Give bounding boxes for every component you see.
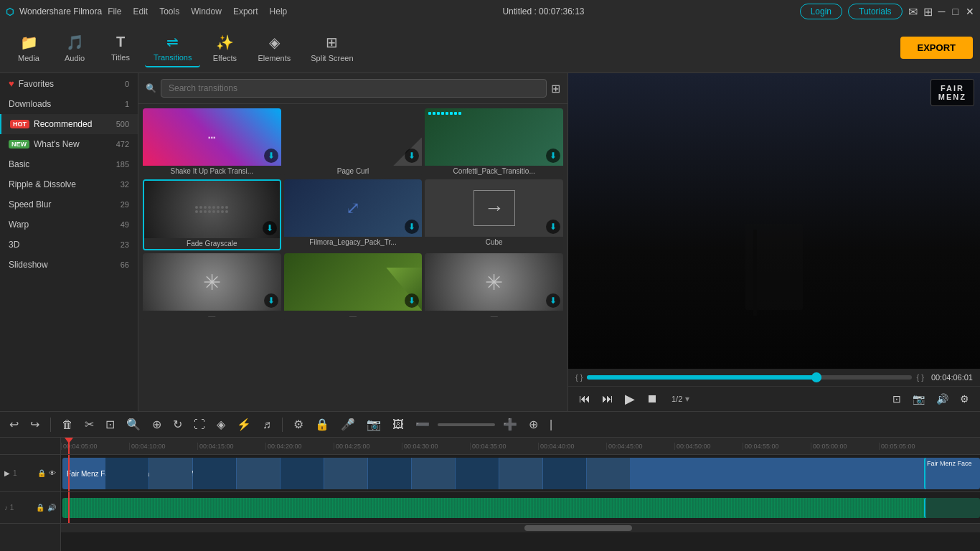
toolbar-effects[interactable]: ✨ Effects bbox=[203, 29, 246, 67]
favorites-label: Favorites bbox=[19, 79, 54, 89]
picture-btn[interactable]: 🖼 bbox=[389, 416, 407, 433]
tutorials-button[interactable]: Tutorials bbox=[848, 4, 903, 19]
zoom-slider[interactable] bbox=[438, 423, 495, 426]
sidebar-item-recommended[interactable]: HOT Recommended 500 bbox=[0, 114, 138, 134]
transition-starburst2[interactable]: ✳ ⬇ — bbox=[425, 253, 563, 321]
sidebar-item-speed-blur[interactable]: Speed Blur 29 bbox=[0, 194, 138, 215]
audio-clip-end[interactable] bbox=[924, 498, 980, 518]
zoom-out-button[interactable]: ⊕ bbox=[149, 415, 165, 433]
sidebar-item-whats-new[interactable]: NEW What's New 472 bbox=[0, 134, 138, 154]
mic-btn[interactable]: 🎤 bbox=[337, 415, 359, 433]
transition-shake-it-up[interactable]: ▪▪▪ ⬇ Shake It Up Pack Transi... bbox=[143, 108, 281, 176]
menu-tools[interactable]: Tools bbox=[159, 6, 179, 17]
fullscreen-tl-button[interactable]: ⛶ bbox=[190, 416, 209, 433]
notification-icon[interactable]: ✉ bbox=[908, 5, 918, 19]
sidebar-item-3d[interactable]: 3D 23 bbox=[0, 235, 138, 255]
volume-button[interactable]: 🔊 bbox=[933, 392, 952, 406]
transition-confetti[interactable]: ⬇ Confetti_Pack_Transitio... bbox=[425, 108, 563, 176]
search-input[interactable] bbox=[161, 79, 547, 98]
collapse-btn[interactable]: | bbox=[546, 416, 556, 433]
zoom-minus-btn[interactable]: ➖ bbox=[412, 415, 433, 433]
transition-filmora-legacy[interactable]: ⤢ ⬇ Filmora_Legacy_Pack_Tr... bbox=[284, 179, 423, 250]
video-track-play-icon[interactable]: ▶ bbox=[4, 469, 10, 477]
transition-page-curl[interactable]: ⬇ Page Curl bbox=[284, 108, 423, 176]
audio-btn[interactable]: ♬ bbox=[259, 416, 275, 433]
download-icon-t9[interactable]: ⬇ bbox=[546, 293, 560, 308]
grid-toggle-icon[interactable]: ⊞ bbox=[551, 82, 560, 95]
menu-edit[interactable]: Edit bbox=[133, 6, 149, 17]
screenshot-button[interactable]: 📷 bbox=[909, 392, 928, 406]
settings-button[interactable]: ⚙ bbox=[956, 392, 973, 406]
timeline-scrollbar[interactable] bbox=[61, 524, 980, 532]
split-button[interactable]: ⚡ bbox=[233, 415, 255, 433]
crop-button[interactable]: ⊡ bbox=[102, 415, 118, 433]
video-background: FAIR MENZ bbox=[568, 73, 980, 369]
toolbar-split-screen[interactable]: ⊞ Split Screen bbox=[302, 29, 362, 67]
download-icon-t4[interactable]: ⬇ bbox=[263, 221, 277, 235]
sidebar-item-warp[interactable]: Warp 49 bbox=[0, 215, 138, 235]
scrollbar-thumb[interactable] bbox=[524, 525, 632, 531]
sidebar-item-slideshow[interactable]: Slideshow 66 bbox=[0, 255, 138, 275]
menu-file[interactable]: File bbox=[108, 6, 121, 17]
add-track-btn[interactable]: ⊕ bbox=[525, 415, 542, 433]
download-icon-t6[interactable]: ⬇ bbox=[546, 220, 560, 234]
recommended-count: 500 bbox=[116, 120, 129, 128]
maximize-button[interactable]: □ bbox=[953, 6, 958, 17]
preview-progress-bar[interactable] bbox=[587, 375, 912, 380]
audio-track-volume-icon[interactable]: 🔊 bbox=[47, 504, 56, 512]
audio-waveform[interactable] bbox=[62, 498, 971, 518]
settings-tl-btn[interactable]: ⚙ bbox=[290, 415, 307, 433]
video-track-eye-icon[interactable]: 👁 bbox=[49, 469, 56, 477]
page-controls: 1/2 ▾ bbox=[672, 394, 689, 404]
zoom-in-button[interactable]: 🔍 bbox=[123, 415, 144, 433]
delete-button[interactable]: 🗑 bbox=[58, 416, 77, 433]
fullscreen-button[interactable]: ⊡ bbox=[889, 392, 905, 406]
audio-track-lock-icon[interactable]: 🔒 bbox=[36, 504, 44, 512]
download-icon-t3[interactable]: ⬇ bbox=[546, 149, 560, 163]
stop-button[interactable]: ⏹ bbox=[643, 391, 661, 407]
login-button[interactable]: Login bbox=[800, 4, 842, 19]
chevron-down-icon[interactable]: ▾ bbox=[685, 394, 689, 404]
menu-window[interactable]: Window bbox=[191, 6, 222, 17]
zoom-plus-btn[interactable]: ➕ bbox=[499, 415, 521, 433]
video-clip-end[interactable]: Fair Menz Face bbox=[924, 458, 980, 489]
play-button[interactable]: ▶ bbox=[621, 390, 639, 408]
toolbar-elements[interactable]: ◈ Elements bbox=[249, 29, 299, 67]
marker-button[interactable]: ◈ bbox=[213, 415, 229, 433]
close-button[interactable]: ✕ bbox=[966, 6, 974, 17]
cut-button[interactable]: ✂ bbox=[81, 415, 98, 433]
menu-help[interactable]: Help bbox=[270, 6, 288, 17]
grid-icon[interactable]: ⊞ bbox=[923, 5, 933, 19]
camera-btn[interactable]: 📷 bbox=[363, 415, 385, 433]
menu-export[interactable]: Export bbox=[233, 6, 258, 17]
minimize-button[interactable]: ─ bbox=[938, 6, 946, 17]
sidebar-item-downloads[interactable]: Downloads 1 bbox=[0, 94, 138, 114]
rotate-button[interactable]: ↻ bbox=[169, 415, 186, 433]
step-back-button[interactable]: ⏭ bbox=[598, 391, 617, 407]
sidebar-item-basic[interactable]: Basic 185 bbox=[0, 154, 138, 174]
download-icon-t1[interactable]: ⬇ bbox=[264, 149, 278, 163]
lock-btn[interactable]: 🔒 bbox=[311, 415, 333, 433]
transition-page-turn[interactable]: ⬇ — bbox=[284, 253, 423, 321]
video-track-lock-icon[interactable]: 🔒 bbox=[37, 469, 46, 477]
timeline-tracks: 00:04:05:00 00:04:10:00 00:04:15:00 00:0… bbox=[61, 438, 980, 551]
download-icon-t8[interactable]: ⬇ bbox=[405, 293, 419, 308]
toolbar-transitions[interactable]: ⇌ Transitions bbox=[145, 29, 200, 67]
transition-starburst1[interactable]: ✳ ⬇ — bbox=[143, 253, 281, 321]
undo-button[interactable]: ↩ bbox=[6, 415, 22, 433]
transition-fade-grayscale[interactable]: ⬇ Fade Grayscale bbox=[143, 179, 281, 250]
video-clip[interactable]: Fair Menz Face Wash Starring Fahad Musta… bbox=[62, 458, 971, 489]
toolbar-audio[interactable]: 🎵 Audio bbox=[53, 29, 96, 67]
toolbar-media[interactable]: 📁 Media bbox=[7, 29, 50, 67]
export-button[interactable]: EXPORT bbox=[900, 37, 973, 59]
basic-count: 185 bbox=[116, 160, 129, 169]
sidebar-item-favorites[interactable]: ♥ Favorites 0 bbox=[0, 73, 138, 94]
redo-button[interactable]: ↪ bbox=[27, 415, 43, 433]
toolbar-titles[interactable]: T Titles bbox=[99, 29, 142, 66]
rewind-button[interactable]: ⏮ bbox=[575, 391, 594, 407]
download-icon-t7[interactable]: ⬇ bbox=[264, 293, 278, 308]
ruler-mark-8: 00:04:40:00 bbox=[538, 443, 606, 450]
sidebar-item-ripple[interactable]: Ripple & Dissolve 32 bbox=[0, 174, 138, 194]
downloads-count: 1 bbox=[125, 100, 129, 108]
transition-cube[interactable]: → ⬇ Cube bbox=[425, 179, 563, 250]
